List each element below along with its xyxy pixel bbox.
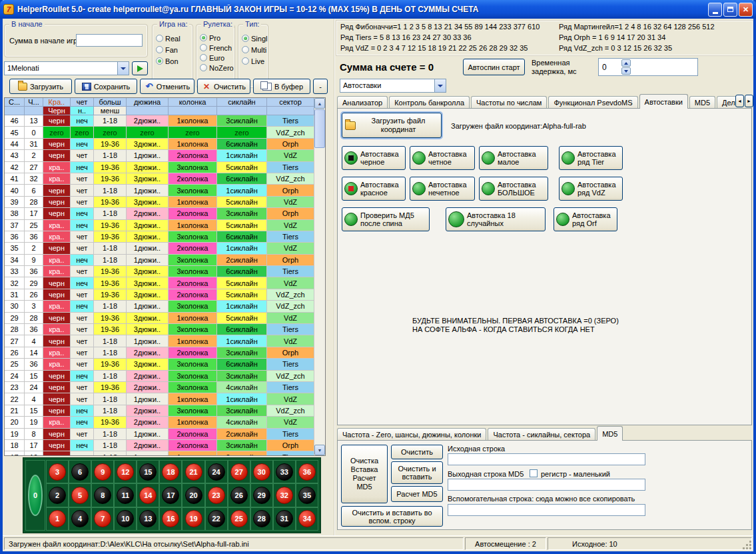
tab-scroll-left-button[interactable]: ◄ [735,95,744,107]
spin-row[interactable]: 198чернчет1-181дюжи..2колонка2сиклайнTie… [5,429,314,440]
radio-option-NoZero[interactable]: NoZero [200,63,233,73]
spin-row[interactable]: 2115черннеч1-182дюжи..3колонка3сиклайнVd… [5,405,314,417]
radio-option-Fan[interactable]: Fan [156,44,191,55]
board-number-cell[interactable]: 8 [91,483,114,507]
board-number-cell[interactable]: 29 [250,483,273,507]
board-number-cell[interactable]: 25 [228,507,250,531]
board-number-cell[interactable]: 5 [69,483,91,507]
load-button[interactable]: Загрузить [9,79,72,94]
spin-row[interactable]: 4431черннеч19-363дюжи..1колонка6сиклайнO… [5,139,314,150]
resize-grip[interactable] [743,541,752,550]
freq-tab-1[interactable]: Частота - Zero, шансы, дюжины, колонки [337,428,486,441]
spin-row[interactable]: 4613черннеч1-182дюжи..1колонка3сиклайнTi… [5,115,314,127]
autostake-button[interactable]: Автоставка малое [479,146,548,170]
play-button[interactable] [132,61,148,75]
tab-4[interactable]: Функционал PsevdoMS [548,96,637,109]
radio-option-Bon[interactable]: Bon [156,55,191,67]
autospin-button[interactable]: Автоспин старт [463,59,525,75]
radio-option-Pro[interactable]: Pro [200,33,233,43]
spin-row[interactable]: 2614кра..чет1-182дюжи..2колонка3сиклайнO… [5,347,314,359]
spin-row[interactable]: 432чернчет1-181дюжи..2колонка1сиклайнVdZ [5,150,314,161]
tab-2[interactable]: Контроль банкролла [389,96,470,109]
delay-spinner[interactable]: 0 [598,58,698,76]
board-number-cell[interactable]: 10 [114,507,137,531]
collapse-button[interactable]: - [313,79,328,94]
autostake-button[interactable]: Автоставка красное [342,177,406,201]
tab-5[interactable]: Автоставки [639,94,688,109]
tab-scroll-right-button[interactable]: ► [745,95,753,107]
board-number-cell[interactable]: 34 [296,507,318,531]
md5-clear-paste-aux-button[interactable]: Очистить и вставить во вспом. строку [341,506,443,527]
autostakes-combo[interactable]: Автоставки [340,79,446,93]
board-number-cell[interactable]: 11 [114,483,137,507]
board-number-cell[interactable]: 4 [69,507,91,531]
output-string-input[interactable] [448,479,645,491]
delay-up-button[interactable] [621,59,631,67]
board-number-cell[interactable]: 36 [296,460,318,483]
autostake-button[interactable]: Автоставка четное [410,146,475,170]
board-number-cell[interactable]: 18 [159,460,182,483]
board-number-cell[interactable]: 20 [182,483,204,507]
board-number-cell[interactable]: 28 [250,507,273,531]
tab-1[interactable]: Анализатор [337,96,388,109]
tab-3[interactable]: Частоты по числам [471,96,547,109]
autostake-button[interactable]: Автоставка черное [342,146,406,170]
autostake-button[interactable]: Автоставка ряд Orf [554,207,617,231]
spin-row[interactable]: 352чернчет1-181дюжи..2колонка1сиклайнVdZ [5,243,314,254]
radio-option-Live[interactable]: Live [242,55,266,67]
autostakes-combo-arrow[interactable] [434,79,446,92]
board-number-cell[interactable]: 35 [296,483,318,507]
scroll-up-button[interactable]: ▲ [314,98,325,109]
board-number-cell[interactable]: 27 [228,460,250,483]
table-scrollbar[interactable]: ▲ ▼ [314,98,325,455]
spin-row[interactable]: 3336кра..чет19-363дюжи..3колонка6сиклайн… [5,266,314,277]
preset-combo[interactable]: 1Melonati [4,61,129,75]
spin-row[interactable]: 3229черннеч19-363дюжи..2колонка5сиклайнV… [5,277,314,289]
board-number-cell[interactable]: 2 [46,483,69,507]
spin-row[interactable]: 1710чернчет1-181дюжи..1колонка2сиклайнTi… [5,451,314,456]
spin-row[interactable]: 406чернчет1-181дюжи..3колонка1сиклайнOrp… [5,185,314,196]
autostake-button[interactable]: Автоставка 18 случайных [446,207,546,231]
spin-row[interactable]: 2324чернчет19-362дюжи..3колонка4сиклайнT… [5,382,314,393]
board-number-cell[interactable]: 1 [46,507,69,531]
md5-clear-button[interactable]: Очистить [391,445,443,459]
lowercase-checkbox[interactable] [530,469,538,477]
board-number-cell[interactable]: 16 [159,507,182,531]
close-button[interactable]: ✕ [739,3,753,17]
board-number-cell[interactable]: 14 [137,483,159,507]
board-number-cell[interactable]: 12 [114,460,137,483]
spin-row[interactable]: 450zerozerozerozerozerozeroVdZ_zch [5,127,314,138]
spin-row[interactable]: 4132кра..чет19-363дюжи..2колонка6сиклайн… [5,173,314,185]
maximize-button[interactable] [723,3,737,17]
board-number-cell[interactable]: 26 [228,483,250,507]
spin-row[interactable]: 2536кра..чет19-363дюжи..3колонка6сиклайн… [5,359,314,370]
undo-button[interactable]: Отменить [140,79,194,94]
scroll-thumb[interactable] [314,109,325,148]
spin-row[interactable]: 303кра..неч1-181дюжи..3колонка1сиклайнVd… [5,301,314,312]
scroll-down-button[interactable]: ▼ [314,445,325,455]
save-button[interactable]: Сохранить [75,79,137,94]
spin-row[interactable]: 1817черннеч1-182дюжи..2колонка3сиклайнOr… [5,440,314,451]
board-number-cell[interactable]: 32 [273,483,296,507]
start-sum-input[interactable] [76,34,143,47]
board-number-cell[interactable]: 30 [250,460,273,483]
radio-option-French[interactable]: French [200,43,233,53]
tab-7[interactable]: Делени [717,96,737,109]
spin-row[interactable]: 274чернчет1-181дюжи..1колонка1сиклайнVdZ [5,335,314,347]
board-number-cell[interactable]: 6 [69,460,91,483]
board-number-cell[interactable]: 21 [182,460,204,483]
board-number-cell[interactable]: 3 [46,460,69,483]
board-zero-cell[interactable]: 0 [25,460,45,531]
spin-row[interactable]: 3817черннеч1-182дюжи..2колонка3сиклайнOr… [5,208,314,219]
spin-row[interactable]: 3725кра..неч19-363дюжи..1колонка5сиклайн… [5,220,314,231]
spin-row[interactable]: 349кра..неч1-181дюжи..3колонка2сиклайнOr… [5,255,314,266]
tab-6[interactable]: MD5 [689,96,715,109]
spin-row[interactable]: 3126чернчет19-363дюжи..2колонка5сиклайнV… [5,289,314,301]
autostake-button[interactable]: Проверить МД5 после спина [342,207,430,231]
aux-string-input[interactable] [448,504,645,516]
autostake-button[interactable]: Автоставка ряд VdZ [559,177,623,201]
board-number-cell[interactable]: 33 [273,460,296,483]
freq-tab-2[interactable]: Частота - сиклайны, сектора [488,428,595,441]
spin-row[interactable]: 2836кра..чет19-363дюжи..3колонка6сиклайн… [5,324,314,335]
radio-option-Real[interactable]: Real [156,33,191,44]
